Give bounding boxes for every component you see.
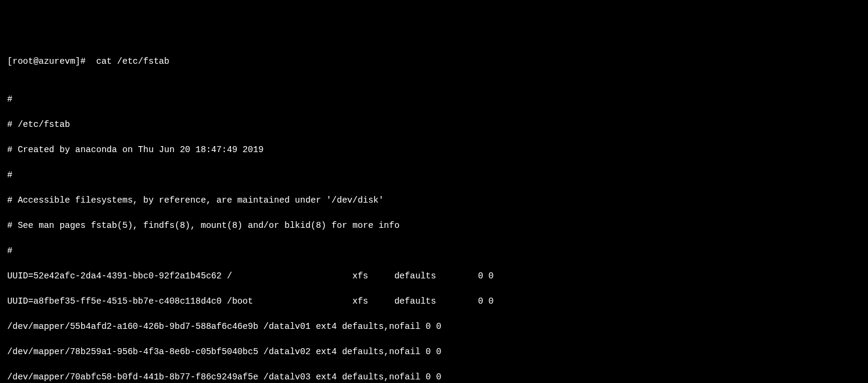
terminal-line: UUID=a8fbef35-ff5e-4515-bb7e-c408c118d4c…: [7, 295, 861, 308]
terminal-line: # /etc/fstab: [7, 118, 861, 131]
terminal-line: #: [7, 93, 861, 106]
terminal-line: /dev/mapper/78b259a1-956b-4f3a-8e6b-c05b…: [7, 346, 861, 358]
terminal-line: # See man pages fstab(5), findfs(8), mou…: [7, 219, 861, 232]
terminal-line: #: [7, 245, 861, 257]
terminal-line: [root@azurevm]# cat /etc/fstab: [7, 55, 861, 68]
terminal-line: /dev/mapper/55b4afd2-a160-426b-9bd7-588a…: [7, 320, 861, 333]
terminal-line: /dev/mapper/70abfc58-b0fd-441b-8b77-f86c…: [7, 371, 861, 383]
terminal-line: # Created by anaconda on Thu Jun 20 18:4…: [7, 144, 861, 156]
terminal-line: # Accessible filesystems, by reference, …: [7, 194, 861, 207]
terminal-line: UUID=52e42afc-2da4-4391-bbc0-92f2a1b45c6…: [7, 270, 861, 283]
terminal-line: #: [7, 169, 861, 182]
